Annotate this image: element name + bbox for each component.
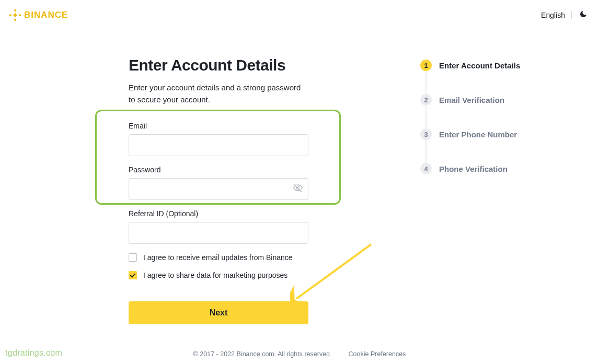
step-connector [425,71,427,94]
footer: © 2017 - 2022 Binance.com. All rights re… [0,350,599,358]
theme-toggle[interactable] [579,10,588,20]
email-input[interactable] [129,134,308,156]
referral-label: Referral ID (Optional) [129,209,308,218]
step-3: 3 Enter Phone Number [420,128,520,140]
footer-copyright: © 2017 - 2022 Binance.com. All rights re… [193,350,330,358]
cookie-preferences-link[interactable]: Cookie Preferences [349,350,406,358]
toggle-password-visibility[interactable] [293,183,303,195]
step-4-label: Phone Verification [439,165,508,173]
step-3-number: 3 [420,128,432,140]
step-1-number: 1 [420,60,432,71]
eye-off-icon [293,183,303,193]
step-4: 4 Phone Verification [420,163,520,174]
steps-sidebar: 1 Enter Account Details 2 Email Verifica… [308,56,520,324]
password-input[interactable] [129,178,308,200]
svg-rect-1 [14,19,16,21]
binance-logo[interactable]: BINANCE [9,9,68,21]
step-2: 2 Email Verification [420,94,520,105]
language-selector[interactable]: English [541,11,572,19]
password-label: Password [129,166,308,174]
svg-rect-3 [19,14,21,16]
step-2-number: 2 [420,94,432,105]
step-1-label: Enter Account Details [439,61,520,70]
step-connector [425,140,427,163]
agree-emails-label: I agree to receive email updates from Bi… [143,253,293,262]
page-subtitle: Enter your account details and a strong … [129,81,308,106]
svg-rect-0 [14,9,16,11]
step-3-label: Enter Phone Number [439,130,517,139]
binance-diamond-icon [9,9,21,21]
brand-text: BINANCE [24,10,68,20]
moon-icon [579,10,588,18]
svg-rect-2 [9,14,11,16]
page-title: Enter Account Details [129,56,308,74]
watermark: tgdratings.com [5,348,62,358]
agree-emails-checkbox[interactable] [129,253,137,262]
step-2-label: Email Verification [439,96,504,104]
agree-marketing-label: I agree to share data for marketing purp… [143,271,287,279]
referral-input[interactable] [129,222,308,244]
svg-rect-4 [13,13,17,17]
step-4-number: 4 [420,163,432,174]
step-connector [425,105,427,128]
email-label: Email [129,122,308,130]
step-1: 1 Enter Account Details [420,60,520,71]
next-button[interactable]: Next [129,301,308,324]
agree-marketing-checkbox[interactable] [129,271,137,279]
